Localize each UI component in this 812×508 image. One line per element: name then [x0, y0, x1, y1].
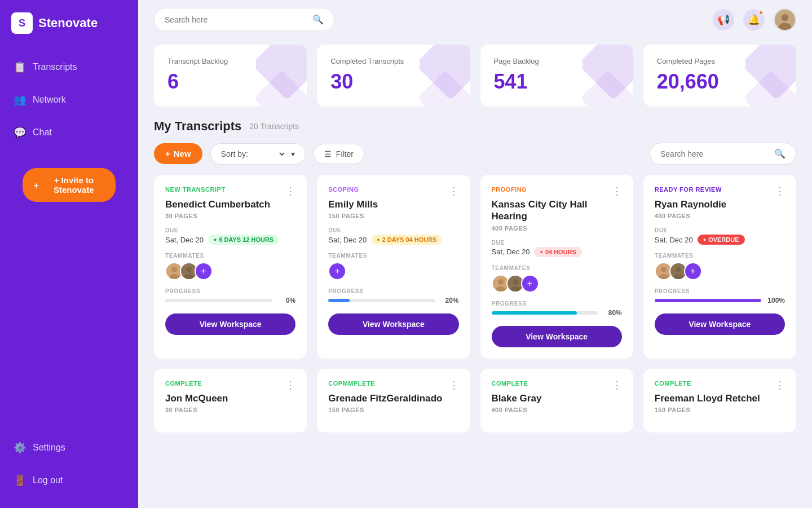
filter-icon: ☰ — [324, 149, 332, 158]
due-date: Sat, Dec 20 — [655, 236, 693, 244]
card-pages: 150 PAGES — [328, 407, 458, 413]
card-name: Grenade FitzGeraldinado — [328, 392, 458, 404]
progress-label: PROGRESS — [328, 288, 458, 294]
progress-label: PROGRESS — [655, 288, 785, 294]
add-teammate-button[interactable]: + — [328, 262, 346, 280]
card-menu-button[interactable]: ⋮ — [612, 380, 622, 390]
view-workspace-button[interactable]: View Workspace — [328, 313, 458, 335]
progress-bar-background — [165, 299, 272, 302]
view-workspace-button[interactable]: View Workspace — [655, 313, 785, 335]
card-header: COMPLETE ⋮ — [492, 380, 622, 390]
transcript-card: NEW TRANSCRIPT ⋮ Benedict Cumberbatch 30… — [154, 175, 307, 359]
card-status: READY FOR REVIEW — [655, 186, 722, 193]
card-status: SCOPING — [328, 186, 359, 193]
add-teammate-button[interactable]: + — [521, 275, 539, 293]
card-menu-button[interactable]: ⋮ — [285, 380, 295, 390]
sidebar-item-logout[interactable]: 🚪 Log out — [0, 464, 138, 497]
card-name: Kansas City City Hall Hearing — [492, 198, 622, 223]
add-teammate-button[interactable]: + — [195, 262, 213, 280]
chevron-down-icon: ▾ — [291, 149, 295, 158]
teammates-list: + — [492, 275, 622, 293]
progress-row: 20% — [328, 297, 458, 304]
network-icon: 👥 — [14, 94, 26, 106]
sidebar-item-label: Chat — [33, 127, 52, 138]
sort-dropdown[interactable]: Name Date Status — [253, 149, 286, 159]
svg-point-10 — [498, 279, 504, 285]
view-workspace-button[interactable]: View Workspace — [165, 313, 295, 335]
chat-icon: 💬 — [14, 126, 26, 139]
logo-icon: S — [11, 12, 33, 34]
stat-decoration — [582, 45, 633, 107]
invite-icon: + — [34, 180, 39, 190]
settings-icon: ⚙️ — [14, 441, 26, 454]
transcript-card: PROOFING ⋮ Kansas City City Hall Hearing… — [480, 175, 633, 359]
due-badge: ● 2 DAYS 04 HOURS — [371, 235, 442, 245]
due-label: DUE — [492, 240, 622, 246]
card-pages: 30 PAGES — [165, 407, 295, 413]
due-row: Sat, Dec 20 ● OVERDUE — [655, 235, 785, 245]
sidebar-item-chat[interactable]: 💬 Chat — [0, 116, 138, 149]
progress-percentage: 0% — [276, 297, 295, 304]
toolbar: + New Sort by: Name Date Status ▾ ☰ Filt… — [138, 143, 812, 175]
card-status: COPMMPLETE — [328, 380, 375, 387]
card-menu-button[interactable]: ⋮ — [449, 186, 459, 196]
teammates-list: + — [165, 262, 295, 280]
section-title: My Transcripts — [154, 119, 241, 134]
search-icon: 🔍 — [312, 14, 324, 25]
stat-decoration — [256, 45, 307, 107]
card-header: COMPLETE ⋮ — [655, 380, 785, 390]
card-menu-button[interactable]: ⋮ — [775, 380, 785, 390]
due-row: Sat, Dec 20 ● 04 HOURS — [492, 247, 622, 257]
progress-bar-fill — [655, 299, 761, 302]
due-date: Sat, Dec 20 — [328, 236, 367, 244]
card-name: Emily Mills — [328, 198, 458, 210]
progress-row: 0% — [165, 297, 295, 304]
card-pages: 400 PAGES — [492, 407, 622, 413]
invite-button[interactable]: + + Invite to Stenovate — [23, 168, 116, 202]
sidebar-item-transcripts[interactable]: 📋 Transcripts — [0, 51, 138, 83]
header-search-input[interactable] — [165, 15, 307, 24]
card-header: READY FOR REVIEW ⋮ — [655, 186, 785, 196]
toolbar-search-input[interactable] — [660, 149, 769, 158]
sort-select[interactable]: Sort by: Name Date Status ▾ — [210, 143, 306, 165]
sidebar-item-settings[interactable]: ⚙️ Settings — [0, 431, 138, 464]
svg-point-19 — [676, 267, 681, 272]
new-button[interactable]: + New — [154, 143, 202, 164]
transcript-card: COMPLETE ⋮ Freeman Lloyd Retchel 150 PAG… — [643, 369, 796, 432]
svg-point-1 — [782, 14, 789, 21]
card-pages: 30 PAGES — [165, 213, 295, 219]
progress-label: PROGRESS — [165, 288, 295, 294]
card-pages: 150 PAGES — [328, 213, 458, 219]
user-avatar[interactable] — [774, 8, 796, 31]
stat-decoration — [420, 45, 470, 107]
sidebar-item-network[interactable]: 👥 Network — [0, 83, 138, 116]
card-menu-button[interactable]: ⋮ — [612, 186, 622, 196]
logout-icon: 🚪 — [14, 474, 26, 487]
add-teammate-button[interactable]: + — [684, 262, 702, 280]
card-status: COMPLETE — [492, 380, 528, 387]
card-header: SCOPING ⋮ — [328, 186, 458, 196]
megaphone-icon: 📢 — [717, 14, 730, 26]
view-workspace-button[interactable]: View Workspace — [492, 326, 622, 347]
card-menu-button[interactable]: ⋮ — [775, 186, 785, 196]
notification-button[interactable]: 🔔 — [743, 9, 765, 30]
transcript-card: COMPLETE ⋮ Jon McQueen 30 PAGES — [154, 369, 307, 432]
progress-row: 80% — [492, 309, 622, 317]
search-icon: 🔍 — [774, 148, 785, 159]
due-badge: ● 6 DAYS 12 HOURS — [208, 235, 279, 245]
card-name: Freeman Lloyd Retchel — [655, 392, 785, 404]
svg-point-4 — [171, 267, 177, 272]
card-menu-button[interactable]: ⋮ — [449, 380, 459, 390]
header-search-box[interactable]: 🔍 — [154, 8, 334, 31]
toolbar-search-box[interactable]: 🔍 — [650, 143, 796, 165]
progress-bar-background — [328, 299, 435, 302]
card-pages: 400 PAGES — [655, 213, 785, 219]
sidebar-item-label: Transcripts — [33, 62, 77, 72]
megaphone-button[interactable]: 📢 — [713, 9, 734, 30]
svg-point-16 — [661, 267, 667, 272]
filter-button[interactable]: ☰ Filter — [314, 144, 364, 164]
progress-bar-background — [655, 299, 761, 302]
progress-percentage: 100% — [766, 297, 785, 304]
card-menu-button[interactable]: ⋮ — [285, 186, 295, 196]
stat-card-backlog: Transcript Backlog 6 — [154, 45, 307, 107]
